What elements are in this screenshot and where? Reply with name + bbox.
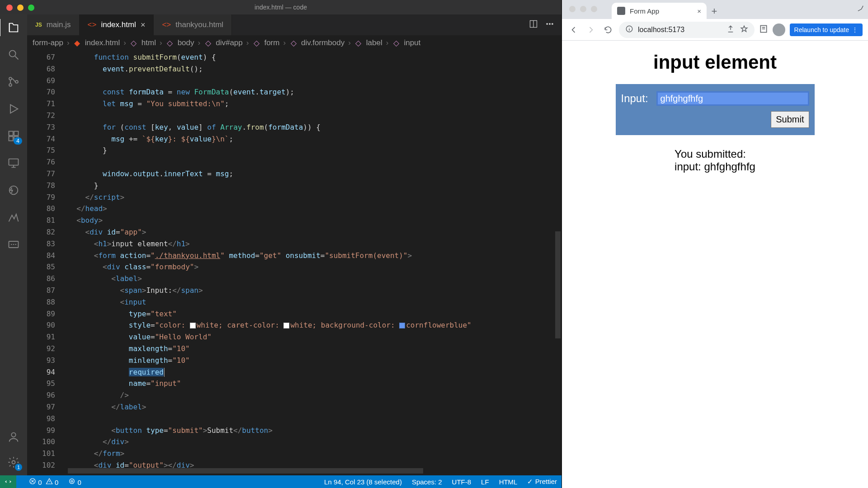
tab-index-html[interactable]: <> index.html × — [80, 14, 154, 35]
line-numbers: 6768697071727374757677787980818283848586… — [27, 51, 68, 475]
window-title: index.html — code — [255, 4, 307, 11]
run-debug-icon[interactable] — [7, 102, 20, 116]
accounts-icon[interactable] — [7, 430, 20, 444]
close-tab-icon[interactable]: × — [141, 20, 146, 30]
activity-bar: 4 1 — [0, 14, 27, 475]
url: localhost:5173 — [638, 26, 684, 34]
indentation[interactable]: Spaces: 2 — [412, 478, 442, 486]
editor-tabs: JS main.js <> index.html × <> thankyou.h… — [27, 14, 561, 35]
testing-icon[interactable] — [7, 183, 20, 197]
settings-gear-icon[interactable]: 1 — [7, 455, 20, 469]
tab-label: index.html — [101, 20, 136, 29]
problems[interactable]: 0 0 — [29, 478, 58, 486]
js-file-icon: JS — [35, 22, 42, 28]
minimize-window-icon[interactable] — [17, 5, 24, 11]
svg-rect-5 — [14, 131, 18, 136]
tab-label: main.js — [47, 20, 71, 29]
traffic-lights[interactable] — [6, 5, 34, 11]
svg-point-3 — [15, 80, 18, 83]
address-bar[interactable]: localhost:5173 — [619, 22, 755, 38]
extensions-icon[interactable]: 4 — [7, 129, 20, 143]
reload-button[interactable] — [602, 23, 614, 36]
code-content[interactable]: function submitForm(event) { event.preve… — [68, 51, 561, 475]
formatter[interactable]: ✓ Prettier — [527, 478, 557, 486]
extensions-badge: 4 — [14, 137, 22, 145]
language-mode[interactable]: HTML — [499, 478, 518, 486]
dropdown-icon: ⋮ — [852, 26, 858, 33]
output-text: You submitted: input: ghfghgfhfg — [675, 148, 755, 173]
tab-main-js[interactable]: JS main.js — [27, 14, 80, 35]
ports[interactable]: 0 — [68, 478, 81, 486]
relaunch-button[interactable]: Relaunch to update ⋮ — [790, 23, 863, 36]
horizontal-scrollbar[interactable] — [68, 468, 561, 474]
settings-badge: 1 — [15, 464, 22, 471]
explorer-icon[interactable] — [7, 21, 20, 34]
close-tab-icon[interactable]: × — [697, 7, 701, 15]
svg-point-15 — [549, 23, 551, 25]
browser-tabstrip: Form App × + ⟩ — [562, 0, 868, 19]
remote-explorer-icon[interactable] — [7, 156, 20, 170]
forward-button[interactable] — [585, 23, 597, 36]
source-control-icon[interactable] — [7, 75, 20, 89]
svg-point-18 — [71, 480, 73, 482]
page-heading: input element — [653, 52, 777, 73]
timeline-icon[interactable] — [7, 211, 20, 224]
form-body: Input: Submit — [616, 84, 815, 135]
svg-point-19 — [70, 479, 75, 483]
browser-toolbar: localhost:5173 Relaunch to update ⋮ — [562, 19, 868, 41]
ports-icon[interactable] — [7, 238, 20, 251]
site-info-icon[interactable] — [625, 25, 633, 35]
svg-rect-4 — [9, 131, 13, 136]
reading-list-icon[interactable] — [759, 24, 768, 35]
tab-title: Form App — [630, 7, 659, 15]
maximize-window-icon[interactable] — [28, 5, 34, 11]
eol[interactable]: LF — [481, 478, 489, 486]
html-file-icon: <> — [162, 20, 171, 29]
vscode-titlebar: index.html — code — [0, 0, 561, 14]
browser-traffic-lights[interactable] — [569, 6, 597, 12]
svg-point-12 — [12, 461, 15, 464]
svg-point-2 — [9, 84, 12, 86]
more-actions-icon[interactable] — [545, 19, 554, 30]
close-window-icon[interactable] — [6, 5, 13, 11]
input-label: Input: — [621, 92, 648, 105]
split-editor-icon[interactable] — [529, 19, 538, 30]
editor-group: JS main.js <> index.html × <> thankyou.h… — [27, 14, 561, 475]
text-input[interactable] — [656, 91, 809, 106]
svg-point-14 — [547, 23, 548, 25]
breadcrumb[interactable]: form-app› ◆index.html› ◇html› ◇body› ◇di… — [27, 35, 561, 51]
html-file-icon: <> — [88, 20, 97, 29]
bookmark-icon[interactable] — [740, 25, 748, 35]
tab-overflow-icon[interactable]: ⟩ — [856, 4, 866, 14]
svg-point-1 — [9, 77, 12, 80]
submit-button[interactable]: Submit — [771, 111, 809, 128]
tab-thankyou-html[interactable]: <> thankyou.html — [154, 14, 232, 35]
encoding[interactable]: UTF-8 — [452, 478, 472, 486]
close-window-icon[interactable] — [569, 6, 576, 12]
browser-tab[interactable]: Form App × — [612, 3, 707, 19]
vscode-window: index.html — code 4 1 — [0, 0, 561, 488]
vertical-scrollbar[interactable] — [554, 51, 561, 462]
cursor-position[interactable]: Ln 94, Col 23 (8 selected) — [324, 478, 402, 486]
maximize-window-icon[interactable] — [591, 6, 597, 12]
favicon-icon — [617, 7, 625, 15]
svg-rect-6 — [9, 136, 13, 141]
remote-indicator[interactable] — [0, 475, 16, 488]
minimize-window-icon[interactable] — [580, 6, 586, 12]
search-icon[interactable] — [7, 48, 20, 61]
code-editor[interactable]: 6768697071727374757677787980818283848586… — [27, 51, 561, 475]
share-icon[interactable] — [726, 25, 735, 35]
svg-rect-8 — [9, 159, 19, 165]
svg-point-0 — [9, 51, 16, 57]
tab-label: thankyou.html — [175, 20, 223, 29]
browser-window: Form App × + ⟩ localhost:5173 Relaunch t… — [561, 0, 868, 488]
svg-point-16 — [552, 23, 553, 25]
page-content: input element Input: Submit You submitte… — [562, 41, 868, 488]
new-tab-button[interactable]: + — [707, 4, 722, 19]
profile-avatar[interactable] — [773, 23, 785, 36]
status-bar: 0 0 0 Ln 94, Col 23 (8 selected) Spaces:… — [0, 475, 561, 488]
back-button[interactable] — [567, 23, 580, 36]
svg-point-11 — [11, 433, 15, 437]
